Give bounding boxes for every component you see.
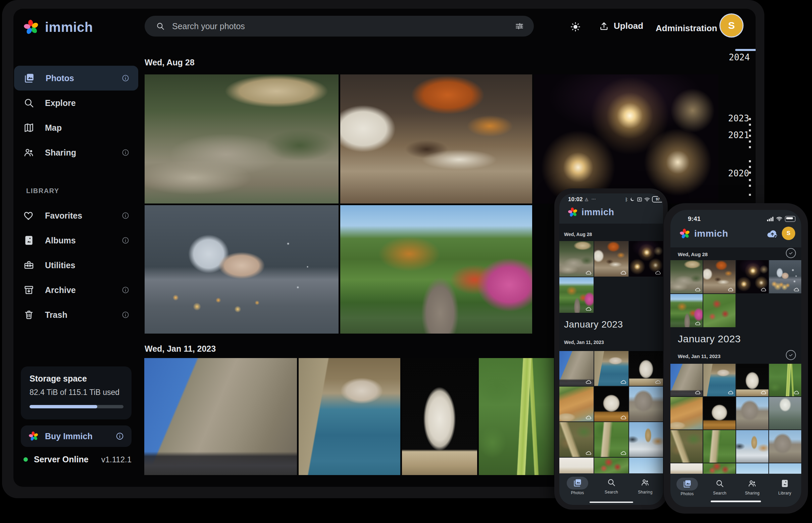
- sidebar-item-sharing[interactable]: Sharing: [14, 140, 138, 165]
- photo-thumbnail[interactable]: [769, 463, 801, 474]
- photo-thumbnail-flowers[interactable]: [703, 294, 736, 327]
- home-indicator[interactable]: [711, 501, 761, 502]
- photo-thumbnail-lizard[interactable]: [703, 430, 736, 463]
- nav-tab-sharing[interactable]: Sharing: [737, 479, 767, 495]
- photo-thumbnail-church[interactable]: [629, 422, 663, 457]
- photo-thumbnail-berries[interactable]: [769, 364, 801, 396]
- photo-thumbnail-sculpture[interactable]: [594, 386, 628, 421]
- sidebar-item-trash[interactable]: Trash: [14, 302, 138, 327]
- sidebar-item-explore[interactable]: Explore: [14, 91, 138, 115]
- photo-thumbnail-ruins[interactable]: [629, 386, 663, 421]
- nav-tab-library[interactable]: Library: [770, 479, 800, 495]
- home-indicator[interactable]: [589, 502, 633, 503]
- archive-icon: [23, 285, 34, 295]
- nav-tab-photos[interactable]: Photos: [672, 479, 702, 496]
- info-icon[interactable]: [121, 74, 129, 82]
- photo-thumbnail-lizard[interactable]: [559, 422, 593, 457]
- date-group-header: Wed, Aug 28: [144, 58, 195, 67]
- photo-thumbnail-coast[interactable]: [703, 364, 736, 396]
- photo-zoo-monkeys[interactable]: [144, 74, 339, 203]
- photo-thumbnail[interactable]: [703, 463, 736, 474]
- photo-holding-hands[interactable]: [144, 205, 339, 333]
- sidebar-item-albums[interactable]: Albums: [14, 228, 138, 253]
- photo-thumbnail-park[interactable]: [559, 277, 593, 313]
- photo-autumn-dinner[interactable]: [340, 74, 532, 203]
- photo-thumbnail-sculpture[interactable]: [703, 397, 736, 430]
- sidebar-item-archive[interactable]: Archive: [14, 277, 138, 302]
- photo-thumbnail-zoo[interactable]: [559, 241, 593, 276]
- photo-thumbnail-bust[interactable]: [736, 364, 768, 396]
- sidebar-item-label: Photos: [46, 73, 74, 83]
- photo-thumbnail-hands[interactable]: [769, 260, 801, 293]
- toolbox-icon: [23, 260, 34, 271]
- photo-thumbnail-zoo[interactable]: [670, 260, 703, 293]
- photo-coastal-town[interactable]: [299, 358, 400, 475]
- select-all-check-icon[interactable]: [786, 248, 796, 258]
- sidebar-item-favorites[interactable]: Favorites: [14, 203, 138, 228]
- nav-tab-search[interactable]: Search: [596, 478, 626, 494]
- search-filter-icon[interactable]: [515, 22, 524, 31]
- photo-thumbnail-dinner[interactable]: [594, 241, 628, 276]
- info-icon[interactable]: [121, 148, 129, 157]
- photo-thumbnail[interactable]: [559, 458, 593, 473]
- sidebar-item-photos[interactable]: Photos: [14, 66, 138, 91]
- app-logo[interactable]: immich: [23, 15, 100, 39]
- info-icon[interactable]: [116, 432, 124, 440]
- photo-thumbnail-lizard[interactable]: [594, 422, 628, 457]
- photo-marble-bust[interactable]: [402, 358, 477, 475]
- photo-thumbnail-cliff[interactable]: [559, 386, 593, 421]
- photo-fireworks[interactable]: [534, 74, 719, 203]
- photo-thumbnail-fountain[interactable]: [769, 397, 801, 430]
- photo-thumbnail-fireworks[interactable]: [736, 260, 768, 293]
- phone-bottom-nav: Photos Search Sharing: [670, 474, 801, 507]
- user-avatar[interactable]: S: [720, 13, 744, 38]
- search-bar[interactable]: Search your photos: [144, 16, 534, 37]
- info-icon[interactable]: [121, 212, 129, 220]
- library-icon: [780, 479, 789, 488]
- photo-fortress-walls[interactable]: [144, 358, 297, 475]
- sidebar-item-utilities[interactable]: Utilities: [14, 253, 138, 277]
- search-icon: [156, 22, 165, 31]
- photo-thumbnail[interactable]: [594, 458, 628, 473]
- sharing-people-icon: [641, 478, 650, 487]
- photo-autumn-park[interactable]: [340, 205, 532, 333]
- storage-space-card: Storage space 82.4 TiB of 115.1 TiB used: [21, 366, 132, 419]
- photo-thumbnail-coast[interactable]: [594, 351, 628, 386]
- buy-immich-button[interactable]: Buy Immich: [21, 426, 132, 447]
- photo-thumbnail-fortress[interactable]: [559, 351, 593, 386]
- sidebar-item-map[interactable]: Map: [14, 115, 138, 140]
- photo-thumbnail-park[interactable]: [670, 294, 703, 327]
- user-avatar[interactable]: S: [782, 227, 795, 240]
- select-all-check-icon[interactable]: [786, 350, 796, 360]
- photo-thumbnail-dinner[interactable]: [703, 260, 736, 293]
- photo-thumbnail[interactable]: [629, 458, 663, 473]
- info-icon[interactable]: [121, 236, 129, 245]
- nav-tab-sharing[interactable]: Sharing: [630, 478, 660, 494]
- info-icon[interactable]: [121, 286, 129, 294]
- immich-flower-icon: [23, 19, 39, 36]
- photo-thumbnail[interactable]: [670, 463, 703, 474]
- nav-tab-photos[interactable]: Photos: [563, 478, 592, 495]
- theme-toggle-button[interactable]: [570, 21, 581, 32]
- photo-thumbnail-cliff[interactable]: [670, 397, 703, 430]
- nav-tab-search[interactable]: Search: [705, 479, 735, 495]
- photo-thumbnail-ruins[interactable]: [769, 430, 801, 463]
- administration-link[interactable]: Administration: [656, 23, 717, 34]
- sharing-people-icon: [748, 479, 757, 488]
- photo-thumbnail-fortress[interactable]: [670, 364, 703, 396]
- heart-icon: [23, 210, 34, 221]
- phone-date-header: Wed, Aug 28: [564, 232, 592, 237]
- photo-thumbnail-bust[interactable]: [629, 351, 663, 386]
- photo-green-berries[interactable]: [479, 358, 554, 475]
- backup-cloud-button[interactable]: [766, 229, 778, 239]
- info-icon[interactable]: [121, 311, 129, 319]
- photo-thumbnail-ruins[interactable]: [736, 397, 768, 430]
- server-version[interactable]: v1.112.1: [101, 455, 132, 464]
- photo-thumbnail-lizard[interactable]: [670, 430, 703, 463]
- photo-thumbnail-fireworks[interactable]: [629, 241, 663, 276]
- photo-thumbnail[interactable]: [736, 463, 768, 474]
- upload-button[interactable]: Upload: [599, 21, 643, 31]
- photo-thumbnail-church[interactable]: [736, 430, 768, 463]
- scrubber-position-indicator[interactable]: [735, 49, 756, 51]
- cloud-upload-icon: [766, 229, 778, 239]
